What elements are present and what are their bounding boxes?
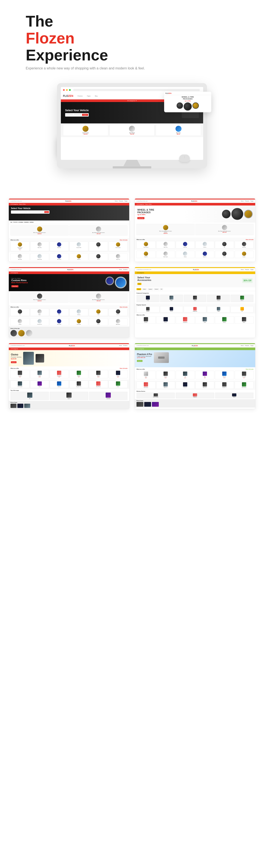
- product-price-r2: 75% Off: [70, 300, 126, 302]
- dr1: Red Phone: [137, 381, 155, 389]
- search-btn-1[interactable]: Search: [45, 211, 49, 213]
- elec-i3-price: $89: [51, 376, 68, 377]
- tires-discount: up to 50%: [137, 214, 220, 216]
- r-item-3: Blue: [50, 309, 69, 316]
- cat-mobile[interactable]: Mobile: [137, 288, 141, 290]
- acc-o3-name: Headphone: [177, 322, 194, 323]
- tires-btn[interactable]: Shop Now: [137, 217, 144, 219]
- accessories-title: Select YourAccessories: [137, 276, 151, 281]
- rr4-img: [77, 319, 81, 323]
- screenshot-auto-dark: ● www.flozen-shop.com FLOZEN Home Produc…: [8, 198, 129, 262]
- shop-now-btn-6[interactable]: Shop Now: [137, 360, 143, 362]
- product-img-gold-1: [37, 226, 42, 231]
- brand-hyundai: HYUNDAI: [19, 222, 23, 223]
- all-cat-4: ≡ All Categories: [137, 272, 144, 273]
- pop-img-5: [240, 307, 244, 310]
- monitor-stand-neck: [123, 160, 141, 166]
- r-item-img-1: [18, 309, 22, 314]
- t-item-img-2: [164, 242, 168, 246]
- screenshot-drone: ● www.flozen-drones.com FLOZEN Home Prod…: [135, 343, 256, 409]
- t-item-name-1: Gold Custom: [137, 247, 155, 248]
- address-bar-6: ● www.flozen-drones.com: [137, 345, 149, 346]
- item-blue-1: Blue Rim: [50, 242, 69, 251]
- feat-cat-img-5: [240, 296, 244, 300]
- elec-i5-price: $199: [90, 376, 107, 377]
- filter-btn-4[interactable]: Filter: [137, 283, 141, 285]
- featured-cats: Featured Categories Phone Tablet Laptop …: [135, 291, 255, 303]
- rr6-name: All Season: [110, 324, 127, 325]
- address-bar-5: ● www.flozen-electronics.com: [10, 345, 25, 346]
- t-r5: Tire X2: [215, 251, 234, 258]
- more-5-1: VR Headset: [10, 380, 30, 388]
- dr2-name: Tablet Pro: [157, 387, 174, 388]
- feat-cat-3: Laptop: [184, 294, 207, 302]
- mini-logo-4: FLOZEN: [193, 269, 199, 270]
- rr4-name: Gold Sport: [70, 324, 88, 325]
- electronics-price: $119.00: [11, 358, 22, 360]
- electronics-title: Osmo: [11, 353, 22, 356]
- rims-btn[interactable]: Shop Now: [11, 285, 19, 287]
- product-price-3: $89.00: [157, 133, 200, 135]
- all-cat-5: ≡ All Categories: [10, 348, 18, 349]
- cat-tablets[interactable]: Tablets: [142, 288, 147, 290]
- mini-header-4: ● www.flozen-accessories.com FLOZEN Home…: [135, 268, 255, 272]
- t-item-img-3: [183, 242, 187, 246]
- cat-camera[interactable]: Camera: [154, 288, 159, 290]
- phone-cases-title-6: Phone Cases: [137, 400, 254, 401]
- more-5-4-img: [77, 381, 81, 386]
- item-r2-img: [37, 254, 42, 258]
- what-we-offer-1: What we offer New Arrivals Gold Custom51…: [9, 238, 129, 252]
- elec-i5-img: [96, 371, 100, 375]
- shop-now-btn-5[interactable]: Shop Now: [11, 361, 17, 363]
- nav-products-5: Products: [123, 345, 127, 346]
- product-card-3: Blue Rim $89.00: [156, 125, 201, 136]
- drone-subtitle: Flight Series discount: [137, 355, 152, 357]
- cat-laptops[interactable]: Laptops: [148, 288, 153, 290]
- rr2-img: [37, 319, 42, 323]
- new-arr-6: New Arrivals: [246, 369, 254, 370]
- rims-title: Custom Rims: [11, 279, 28, 282]
- deal-item-3: [26, 330, 32, 336]
- drone-i1-price: $899: [137, 377, 155, 378]
- mini-nav-3: Home Products: [119, 269, 127, 270]
- acc-o1-name: Speaker: [137, 322, 155, 323]
- product-price-silver-1: 75% Off: [70, 233, 126, 235]
- mini-items-2: Sport Rim Classic Rim Blue Sport Gold Pr…: [10, 253, 127, 261]
- mini-green-bar: ≡ All Categories: [135, 347, 255, 350]
- cat-oil[interactable]: Oil: [160, 288, 163, 290]
- acc-o4: Tablet: [196, 316, 214, 324]
- mini-yellow-bar: ≡ All Categories: [135, 272, 255, 274]
- rec-1: VR: [10, 392, 49, 400]
- screen-hero-content: Select Your Vehicle Search: [65, 109, 89, 117]
- nav-products-1: Products: [119, 200, 123, 202]
- monitor-wrapper: FLOZEN Select Your Vehicle Blue Rim Silv: [57, 83, 207, 168]
- acc-offer-items: Speaker Phone Headphone Tablet Battery: [137, 316, 254, 324]
- pc-1: [137, 402, 143, 407]
- rr5: Tire X: [89, 318, 108, 326]
- mini-logo-1: FLOZEN: [65, 200, 71, 202]
- rr1-img: [18, 319, 22, 323]
- more-products-5: VR Headset Case Glasses Speaker Pro Red …: [9, 380, 129, 389]
- rim-circle-2: [115, 277, 127, 288]
- float-logo-right: FLOZEN: [166, 93, 171, 94]
- r-items-row-2: Classic Chrome Pro Blue Sport Gold Sport…: [9, 317, 129, 327]
- more-5-2-img: [37, 381, 42, 386]
- t-r4-img: [203, 252, 207, 256]
- drone-i5: Glasses $129: [215, 371, 234, 379]
- mini-nav-5: Home Products: [119, 345, 127, 346]
- acc-o4-img: [203, 317, 207, 321]
- tires-title: WHEEL & TIREPACKAGES: [137, 209, 220, 214]
- drone-items: Drone $899 Camera $399 VR $249 Bag $49: [137, 371, 254, 379]
- t-item-3: Blue Rim: [176, 241, 195, 249]
- more-5-6: Green: [109, 380, 128, 388]
- r-item-img-3: [57, 309, 61, 314]
- drone-i3-price: $249: [177, 377, 194, 378]
- item-r2-name: Classic Rim: [31, 259, 49, 260]
- new-arr-5: New Arrivals: [120, 368, 127, 369]
- pop-img-1: [146, 307, 150, 310]
- item-r1-name: Sport Rim: [11, 259, 29, 260]
- more-5-6-name: Green: [110, 386, 127, 387]
- product-price-1: $100.00: [64, 133, 107, 135]
- more-5-3: Glasses: [50, 380, 69, 388]
- section-title-3: What we offer New Arrivals: [10, 306, 127, 308]
